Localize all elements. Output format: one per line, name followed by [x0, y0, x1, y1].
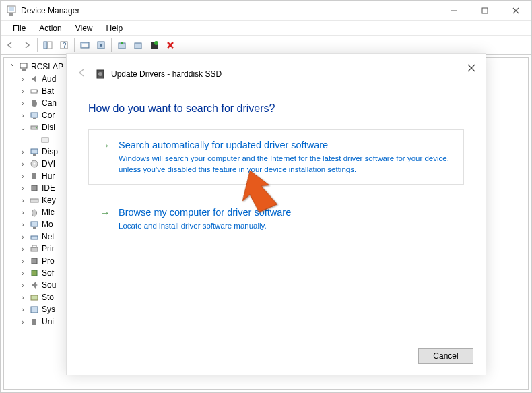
- svg-rect-36: [32, 173, 36, 179]
- svg-rect-32: [31, 149, 38, 154]
- chevron-icon[interactable]: ›: [19, 148, 27, 156]
- chevron-icon[interactable]: ›: [19, 294, 27, 301]
- tree-node-label: Sof: [42, 268, 54, 278]
- chevron-icon[interactable]: ›: [19, 258, 27, 265]
- device-icon: [29, 183, 40, 193]
- uninstall-device-icon[interactable]: [131, 38, 145, 53]
- svg-rect-37: [32, 185, 37, 191]
- device-icon: [29, 171, 40, 181]
- svg-rect-21: [20, 63, 27, 68]
- device-icon: [29, 86, 40, 96]
- chevron-icon[interactable]: ›: [19, 270, 27, 277]
- device-icon: [29, 243, 40, 254]
- svg-rect-45: [32, 258, 37, 264]
- svg-rect-8: [48, 42, 52, 49]
- svg-rect-4: [482, 8, 488, 13]
- option1-title: Search automatically for updated driver …: [119, 140, 454, 150]
- close-button[interactable]: [500, 1, 531, 20]
- device-icon: [29, 207, 40, 218]
- option-browse-computer[interactable]: → Browse my computer for driver software…: [88, 197, 464, 241]
- device-icon: [29, 280, 40, 291]
- svg-rect-31: [42, 138, 48, 142]
- hdd-icon: [40, 134, 51, 145]
- chevron-down-icon[interactable]: ˅: [8, 63, 16, 71]
- cancel-button[interactable]: Cancel: [418, 348, 473, 364]
- show-hide-console-button[interactable]: [40, 38, 55, 53]
- chevron-icon[interactable]: ›: [19, 282, 27, 289]
- device-icon: [29, 231, 40, 242]
- properties-icon[interactable]: [94, 38, 108, 53]
- option2-desc: Locate and install driver software manua…: [119, 220, 454, 231]
- menu-help[interactable]: Help: [100, 22, 130, 34]
- help-button[interactable]: ?: [57, 38, 71, 53]
- svg-rect-16: [135, 43, 141, 49]
- tree-node-label: Sto: [42, 293, 54, 302]
- option2-title: Browse my computer for driver software: [119, 207, 454, 218]
- chevron-icon[interactable]: ›: [19, 233, 27, 241]
- chevron-icon[interactable]: ›: [19, 318, 27, 326]
- update-driver-icon[interactable]: [114, 38, 129, 53]
- chevron-icon[interactable]: ›: [19, 245, 27, 253]
- menu-file[interactable]: File: [6, 22, 32, 34]
- tree-node-label: Hur: [42, 171, 55, 181]
- delete-icon[interactable]: [163, 38, 178, 53]
- chevron-icon[interactable]: ›: [19, 100, 27, 107]
- chevron-icon[interactable]: ›: [19, 173, 27, 180]
- chevron-icon[interactable]: ›: [19, 185, 27, 192]
- scan-hardware-icon[interactable]: [77, 38, 92, 53]
- device-icon: [29, 110, 40, 121]
- chevron-icon[interactable]: ›: [19, 221, 27, 229]
- device-icon: [29, 304, 40, 315]
- arrow-right-icon: →: [100, 207, 110, 219]
- svg-rect-33: [33, 154, 36, 156]
- device-icon: [29, 158, 40, 169]
- chevron-icon[interactable]: ›: [19, 88, 27, 95]
- tree-node-label: Sou: [42, 280, 56, 290]
- dialog-close-icon[interactable]: [467, 63, 476, 75]
- svg-point-35: [34, 163, 36, 165]
- svg-rect-38: [30, 199, 38, 202]
- app-icon: [6, 5, 17, 16]
- chevron-icon[interactable]: ›: [19, 75, 27, 83]
- option-search-automatically[interactable]: → Search automatically for updated drive…: [88, 129, 464, 185]
- tree-node-label: Can: [42, 98, 57, 108]
- chevron-icon[interactable]: ›: [19, 306, 27, 313]
- device-icon: [29, 73, 40, 84]
- chevron-icon[interactable]: ›: [19, 197, 27, 204]
- menu-view[interactable]: View: [69, 22, 100, 34]
- device-icon: [29, 195, 40, 206]
- chevron-icon[interactable]: ⌄: [19, 124, 27, 131]
- svg-rect-24: [37, 90, 38, 92]
- tree-node-label: DVI: [42, 159, 55, 169]
- menu-action[interactable]: Action: [32, 22, 68, 34]
- device-icon: [29, 122, 40, 133]
- nav-back-button[interactable]: [3, 38, 18, 53]
- arrow-right-icon: →: [100, 140, 110, 152]
- maximize-button[interactable]: [469, 1, 500, 20]
- tree-node-label: Bat: [42, 86, 54, 96]
- svg-rect-49: [32, 319, 36, 325]
- dialog-footer: Cancel: [418, 348, 473, 364]
- dialog-heading: How do you want to search for drivers?: [88, 102, 464, 115]
- device-icon: [29, 316, 40, 327]
- nav-forward-button[interactable]: [20, 38, 34, 53]
- tree-node-label: Net: [42, 232, 55, 241]
- svg-rect-46: [32, 270, 37, 276]
- device-icon: [29, 255, 40, 266]
- toolbar-separator: [74, 38, 75, 52]
- chevron-icon[interactable]: ›: [19, 112, 27, 119]
- dialog-header: Update Drivers - harddisk SSD: [88, 62, 464, 86]
- disable-device-icon[interactable]: [147, 38, 162, 53]
- minimize-button[interactable]: [438, 1, 469, 20]
- tree-node-label: Mic: [42, 208, 55, 217]
- tree-node-label: IDE: [42, 183, 55, 193]
- back-arrow-icon[interactable]: [76, 67, 88, 82]
- window-titlebar: Device Manager: [1, 1, 531, 21]
- chevron-icon[interactable]: ›: [19, 160, 27, 168]
- svg-point-51: [98, 72, 102, 76]
- svg-point-25: [32, 101, 37, 107]
- device-icon: [29, 98, 40, 109]
- computer-icon: [18, 61, 29, 72]
- tree-node-label: Pro: [42, 256, 55, 266]
- chevron-icon[interactable]: ›: [19, 209, 27, 216]
